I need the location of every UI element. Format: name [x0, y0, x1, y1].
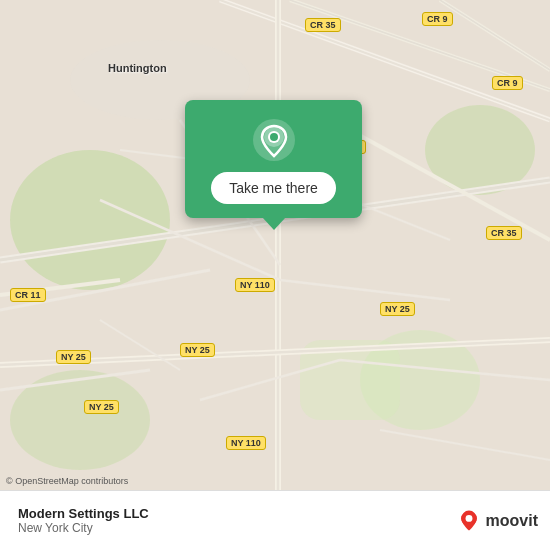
svg-point-37: [465, 514, 472, 521]
moovit-icon: [456, 508, 482, 534]
take-me-there-button[interactable]: Take me there: [211, 172, 336, 204]
bottom-bar: Modern Settings LLC New York City moovit: [0, 490, 550, 550]
location-name: Modern Settings LLC: [18, 506, 456, 521]
svg-line-30: [380, 430, 550, 460]
road-label-cr35-right: CR 35: [486, 226, 522, 240]
map-attribution: © OpenStreetMap contributors: [6, 476, 128, 486]
road-label-ny25-right: NY 25: [380, 302, 415, 316]
road-label-cr11: CR 11: [10, 288, 46, 302]
road-label-cr35-top: CR 35: [305, 18, 341, 32]
road-label-cr9-top: CR 9: [422, 12, 453, 26]
road-label-ny25-left: NY 25: [56, 350, 91, 364]
moovit-brand-text: moovit: [486, 512, 538, 530]
road-label-ny110-bottom: NY 110: [226, 436, 266, 450]
map-container: Huntington CR 35 CR 9 CR 9 CR 35 CR 35 N…: [0, 0, 550, 490]
moovit-logo: moovit: [456, 508, 538, 534]
road-label-ny25-bottom: NY 25: [84, 400, 119, 414]
location-city: New York City: [18, 521, 456, 535]
map-roads-svg: [0, 0, 550, 490]
pin-icon: [252, 118, 296, 162]
huntington-label: Huntington: [108, 62, 167, 74]
road-label-ny110-mid: NY 110: [235, 278, 275, 292]
road-label-cr9-right: CR 9: [492, 76, 523, 90]
location-info: Modern Settings LLC New York City: [18, 506, 456, 535]
svg-line-28: [350, 200, 450, 240]
svg-point-35: [270, 133, 278, 141]
road-label-ny25-mid: NY 25: [180, 343, 215, 357]
location-popup: Take me there: [185, 100, 362, 218]
svg-line-22: [280, 280, 450, 300]
